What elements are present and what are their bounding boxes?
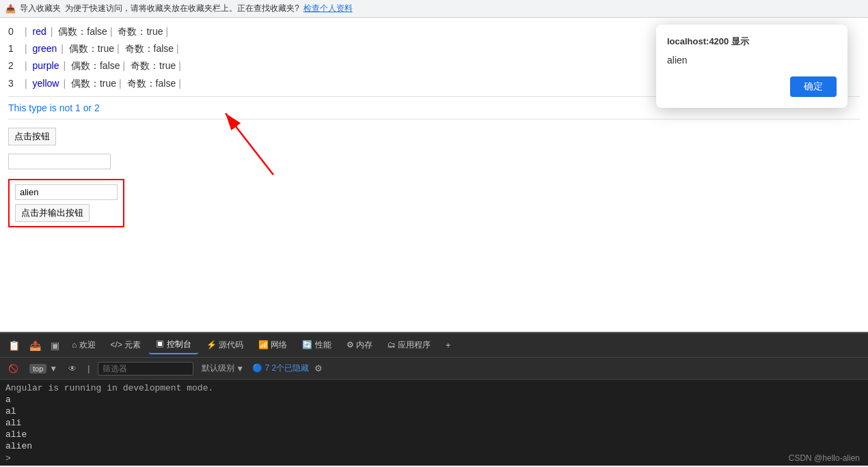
alert-overlay: localhost:4200 显示 alien 确定 (0, 18, 868, 332)
profile-link[interactable]: 检查个人资料 (303, 3, 353, 14)
tab-plus[interactable]: + (439, 338, 457, 353)
browser-toolbar: 📥 导入收藏夹 为便于快速访问，请将收藏夹放在收藏夹栏上。正在查找收藏夹? 检查… (0, 0, 868, 18)
console-line: alie (5, 429, 863, 440)
top-selector[interactable]: top ▼ (27, 363, 60, 375)
prompt-char: > (5, 453, 11, 464)
devtools-panel: 📋 📤 ▣ ⌂ 欢迎 </> 元素 ▣ 控制台 ⚡ 源代码 📶 网络 🔄 性能 … (0, 332, 868, 466)
no-entry-icon[interactable]: 🚫 (5, 363, 21, 375)
devtools-tabs: 📋 📤 ▣ ⌂ 欢迎 </> 元素 ▣ 控制台 ⚡ 源代码 📶 网络 🔄 性能 … (0, 333, 868, 358)
alert-confirm-button[interactable]: 确定 (790, 76, 837, 97)
filter-input[interactable] (98, 362, 193, 376)
hint-text: 为便于快速访问，请将收藏夹放在收藏夹栏上。正在查找收藏夹? (65, 3, 299, 14)
tab-application[interactable]: 🗂 应用程序 (381, 337, 437, 354)
devtools-icon-2[interactable]: 📤 (25, 337, 45, 354)
top-badge: top (29, 364, 46, 373)
alert-title: localhost:4200 显示 (667, 36, 837, 48)
console-prompt[interactable]: > (5, 452, 863, 465)
alert-footer: 确定 (667, 76, 837, 97)
devtools-toolbar: 🚫 top ▼ 👁 | 默认级别▼ 🔵 7 2个已隐藏 ⚙ (0, 358, 868, 380)
devtools-console: Angular is running in development mode.a… (0, 380, 868, 466)
import-icon: 📥 (5, 4, 16, 14)
console-line: ali (5, 417, 863, 429)
red-arrow (123, 100, 519, 182)
main-content: 0 | red | 偶数：false | 奇数：true |1 | green … (0, 18, 868, 332)
tab-welcome[interactable]: ⌂ 欢迎 (65, 337, 103, 354)
console-line: Angular is running in development mode. (5, 382, 863, 394)
tab-performance[interactable]: 🔄 性能 (295, 337, 338, 354)
tab-sources[interactable]: ⚡ 源代码 (200, 337, 250, 354)
settings-icon[interactable]: ⚙ (314, 363, 323, 373)
tab-elements[interactable]: </> 元素 (104, 337, 148, 354)
alert-dialog: localhost:4200 显示 alien 确定 (656, 25, 847, 108)
tab-network[interactable]: 📶 网络 (252, 337, 294, 354)
message-count: 🔵 7 2个已隐藏 (252, 363, 309, 374)
alert-message: alien (667, 55, 837, 66)
console-line: a (5, 394, 863, 406)
tab-console[interactable]: ▣ 控制台 (149, 336, 198, 354)
level-dropdown[interactable]: 默认级别▼ (199, 361, 247, 376)
tab-memory[interactable]: ⚙ 内存 (340, 337, 379, 354)
filter-label: | (85, 363, 92, 375)
csdn-watermark: CSDN @hello-alien (789, 453, 860, 463)
bookmark-text: 导入收藏夹 (20, 3, 61, 14)
console-line: alien (5, 440, 863, 452)
devtools-icon-1[interactable]: 📋 (4, 337, 24, 354)
eye-button[interactable]: 👁 (66, 363, 79, 375)
devtools-icon-3[interactable]: ▣ (46, 337, 64, 354)
console-line: al (5, 406, 863, 417)
svg-line-1 (226, 113, 273, 175)
dropdown-arrow[interactable]: ▼ (49, 364, 57, 373)
